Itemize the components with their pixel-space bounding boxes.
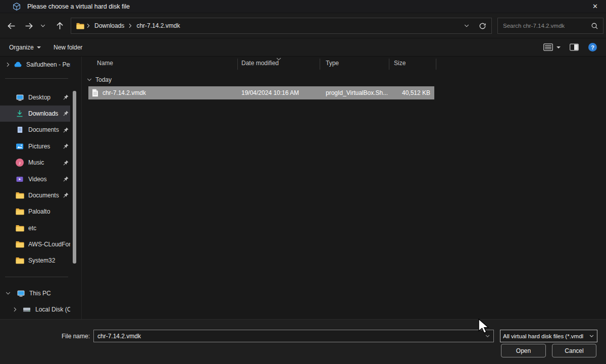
view-options-chevron[interactable] <box>557 38 561 56</box>
sidebar-item-etc[interactable]: etc <box>0 220 70 236</box>
forward-button[interactable] <box>21 18 37 34</box>
sidebar-item-system32[interactable]: System32 <box>0 252 70 269</box>
sidebar-item-desktop[interactable]: Desktop <box>0 89 70 105</box>
organize-button[interactable]: Organize <box>9 38 41 56</box>
view-details-icon[interactable] <box>543 38 553 56</box>
sidebar-item-downloads[interactable]: Downloads <box>0 106 70 122</box>
chevron-right-icon[interactable] <box>3 62 13 67</box>
column-header-name[interactable]: Name <box>97 60 113 67</box>
sidebar-item-label: Music <box>28 159 61 166</box>
file-name-cell: chr-7.14.2.vmdk <box>103 89 146 96</box>
sidebar-item-label: Local Disk (C:) <box>35 306 70 313</box>
open-button-label: Open <box>516 347 531 354</box>
preview-pane-icon[interactable] <box>570 38 579 56</box>
up-button[interactable] <box>52 18 68 34</box>
sidebar-item-documents[interactable]: Documents <box>0 122 70 138</box>
chevron-down-icon <box>589 333 594 339</box>
chevron-right-icon <box>86 23 90 28</box>
address-bar[interactable]: Downloads chr-7.14.2.vmdk <box>71 18 492 34</box>
dialog-footer: File name: All virtual hard disk files (… <box>0 319 606 364</box>
music-icon: ♪ <box>15 159 24 167</box>
folder-icon <box>15 208 24 215</box>
pin-icon <box>63 127 69 133</box>
breadcrumb-downloads[interactable]: Downloads <box>94 22 124 29</box>
column-separator[interactable] <box>237 59 238 70</box>
file-row-selected[interactable]: chr-7.14.2.vmdk 19/04/2024 10:16 AM prog… <box>88 86 434 99</box>
sidebar-item-label: Pictures <box>28 143 61 150</box>
file-date-cell: 19/04/2024 10:16 AM <box>241 89 299 96</box>
this-pc-icon <box>16 289 25 297</box>
window-title: Please choose a virtual hard disk file <box>27 3 130 10</box>
pin-icon <box>63 110 69 117</box>
sidebar-item-paloalto[interactable]: Paloalto <box>0 203 70 220</box>
folder-icon <box>15 257 24 264</box>
chevron-down-icon <box>87 78 92 82</box>
refresh-icon[interactable] <box>479 22 486 30</box>
help-button[interactable]: ? <box>588 38 597 56</box>
sidebar-item-label: Desktop <box>28 94 61 101</box>
cancel-button[interactable]: Cancel <box>552 344 596 357</box>
file-type-value: All virtual hard disk files (*.vmdl <box>503 333 589 339</box>
sidebar-item-music[interactable]: ♪ Music <box>0 154 70 171</box>
open-button[interactable]: Open <box>501 344 546 357</box>
sidebar-item-label: etc <box>28 225 70 232</box>
new-folder-button[interactable]: New folder <box>54 38 82 56</box>
group-header-today[interactable]: Today <box>87 75 112 85</box>
sidebar-item-label: AWS-CLoudForr <box>28 241 70 248</box>
caret-down-icon <box>37 46 41 48</box>
column-separator[interactable] <box>389 59 389 70</box>
file-type-cell: progId_VirtualBox.Sh... <box>326 89 388 96</box>
pin-icon <box>63 143 69 149</box>
file-icon <box>92 89 98 97</box>
virtualbox-icon <box>12 2 21 11</box>
sidebar-item-this-pc[interactable]: This PC <box>0 285 70 301</box>
sidebar-item-onedrive[interactable]: Saifudheen - Per <box>0 57 70 73</box>
cancel-button-label: Cancel <box>565 347 583 354</box>
sidebar-item-local-disk-c[interactable]: Local Disk (C:) <box>0 301 70 318</box>
search-input[interactable] <box>498 23 603 29</box>
sidebar-item-videos[interactable]: Videos <box>0 171 70 187</box>
chevron-down-icon[interactable] <box>3 291 13 295</box>
sidebar-item-aws-cloudform[interactable]: AWS-CLoudForr <box>0 236 70 252</box>
document-icon <box>15 126 24 134</box>
mouse-cursor <box>478 319 489 334</box>
breadcrumb-current-file[interactable]: chr-7.14.2.vmdk <box>136 22 180 29</box>
sidebar-item-documents-folder[interactable]: Documents <box>0 187 70 203</box>
column-separator[interactable] <box>436 59 436 70</box>
file-name-label: File name: <box>49 333 90 340</box>
local-disk-icon <box>22 305 31 314</box>
organize-label: Organize <box>9 44 34 51</box>
navigation-bar: Downloads chr-7.14.2.vmdk <box>0 13 606 38</box>
address-dropdown-chevron[interactable] <box>464 23 470 29</box>
file-type-dropdown[interactable]: All virtual hard disk files (*.vmdl <box>500 330 597 342</box>
divider <box>5 78 68 79</box>
sidebar-item-label: Documents <box>28 126 61 133</box>
file-size-cell: 40,512 KB <box>402 89 430 96</box>
folder-icon <box>15 225 24 232</box>
command-toolbar: Organize New folder ? <box>0 38 606 57</box>
column-header-date-modified[interactable]: Date modified <box>241 60 279 67</box>
chevron-right-icon <box>128 23 132 28</box>
sidebar-item-label: Downloads <box>28 110 61 117</box>
new-folder-label: New folder <box>54 44 82 51</box>
sidebar-item-label: This PC <box>29 290 70 297</box>
column-header-size[interactable]: Size <box>394 60 406 67</box>
pin-icon <box>63 192 69 198</box>
sidebar-item-label: Saifudheen - Per <box>26 61 70 68</box>
search-icon[interactable] <box>591 22 598 30</box>
column-separator[interactable] <box>320 59 320 70</box>
file-name-input[interactable] <box>93 330 494 342</box>
close-icon[interactable]: ✕ <box>592 3 598 10</box>
chevron-right-icon[interactable] <box>10 307 20 312</box>
group-label: Today <box>95 76 112 83</box>
sidebar-scrollbar-thumb[interactable] <box>73 91 76 264</box>
divider <box>5 277 68 277</box>
videos-icon <box>15 175 24 183</box>
sidebar-item-pictures[interactable]: Pictures <box>0 138 70 154</box>
pin-icon <box>63 94 69 100</box>
back-button[interactable] <box>3 18 19 34</box>
column-header-type[interactable]: Type <box>326 60 339 67</box>
downloads-icon <box>15 110 24 118</box>
recent-locations-chevron[interactable] <box>36 18 49 34</box>
sidebar-item-label: Paloalto <box>28 208 70 215</box>
